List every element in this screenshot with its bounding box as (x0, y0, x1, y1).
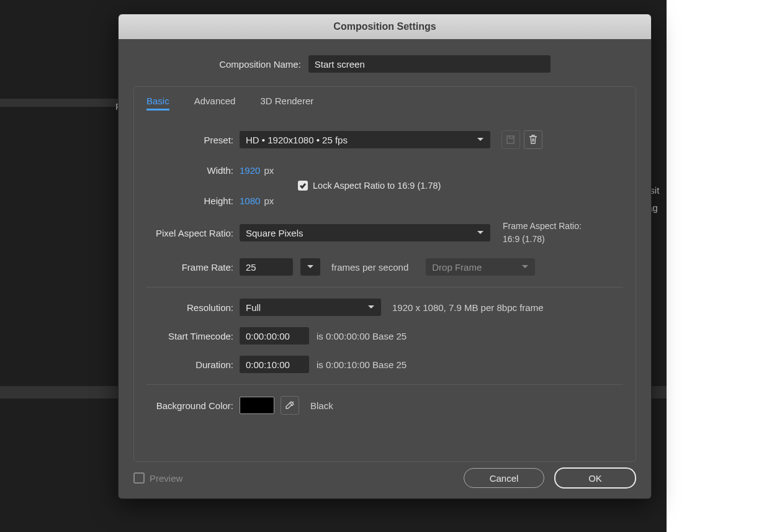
duration-label: Duration: (146, 359, 240, 370)
lock-aspect-label: Lock Aspect Ratio to 16:9 (1.78) (313, 181, 441, 191)
bg-strip (0, 99, 124, 107)
ok-button[interactable]: OK (554, 467, 636, 489)
resolution-value: Full (246, 302, 261, 313)
width-unit: px (264, 165, 274, 176)
bgcolor-label: Background Color: (146, 400, 240, 411)
par-select[interactable]: Square Pixels (240, 224, 490, 241)
dialog-title: Composition Settings (119, 14, 651, 39)
composition-settings-dialog: Composition Settings Composition Name: B… (118, 14, 652, 499)
framerate-label: Frame Rate: (146, 262, 240, 273)
start-timecode-label: Start Timecode: (146, 331, 240, 341)
frame-aspect-label: Frame Aspect Ratio: (503, 220, 582, 233)
lock-aspect-checkbox[interactable] (298, 181, 308, 191)
height-unit: px (264, 196, 274, 206)
preset-select[interactable]: HD • 1920x1080 • 25 fps (240, 131, 490, 148)
eyedropper-button[interactable] (281, 396, 299, 415)
preview-label: Preview (150, 473, 182, 484)
resolution-select[interactable]: Full (240, 299, 381, 316)
dropframe-select: Drop Frame (426, 258, 535, 276)
cancel-button[interactable]: Cancel (464, 468, 544, 488)
chevron-down-icon (521, 262, 529, 273)
tab-advanced[interactable]: Advanced (194, 96, 236, 110)
divider (146, 287, 623, 287)
height-label: Height: (146, 196, 240, 206)
height-value[interactable]: 1080 (240, 196, 260, 206)
chevron-down-icon (367, 302, 375, 313)
settings-panel: Basic Advanced 3D Renderer Preset: HD • … (133, 86, 636, 462)
width-value[interactable]: 1920 (240, 165, 260, 176)
composition-name-input[interactable] (308, 55, 551, 73)
tabs: Basic Advanced 3D Renderer (146, 87, 623, 117)
preset-value: HD • 1920x1080 • 25 fps (246, 135, 348, 145)
tab-3d-renderer[interactable]: 3D Renderer (260, 96, 313, 110)
chevron-down-icon (477, 228, 484, 238)
resolution-info: 1920 x 1080, 7.9 MB per 8bpc frame (392, 302, 543, 313)
width-label: Width: (146, 165, 240, 176)
preview-checkbox[interactable] (133, 472, 145, 484)
framerate-suffix: frames per second (331, 262, 408, 273)
dropframe-value: Drop Frame (432, 262, 482, 273)
par-value: Square Pixels (246, 228, 303, 238)
par-label: Pixel Aspect Ratio: (146, 228, 240, 238)
framerate-dropdown[interactable] (300, 258, 320, 276)
resolution-label: Resolution: (146, 302, 240, 313)
composition-name-label: Composition Name: (219, 59, 301, 70)
delete-preset-button[interactable] (524, 130, 542, 149)
bgcolor-swatch[interactable] (240, 397, 274, 414)
bgcolor-name: Black (310, 400, 333, 411)
save-preset-button[interactable] (501, 130, 520, 149)
divider (146, 384, 623, 385)
preset-label: Preset: (146, 135, 240, 145)
tab-basic[interactable]: Basic (146, 96, 169, 110)
start-timecode-input[interactable] (240, 327, 309, 345)
duration-info: is 0:00:10:00 Base 25 (317, 359, 407, 370)
duration-input[interactable] (240, 356, 309, 373)
frame-aspect-value: 16:9 (1.78) (503, 233, 582, 246)
chevron-down-icon (477, 135, 484, 145)
start-timecode-info: is 0:00:00:00 Base 25 (317, 331, 407, 341)
framerate-input[interactable] (240, 258, 293, 276)
